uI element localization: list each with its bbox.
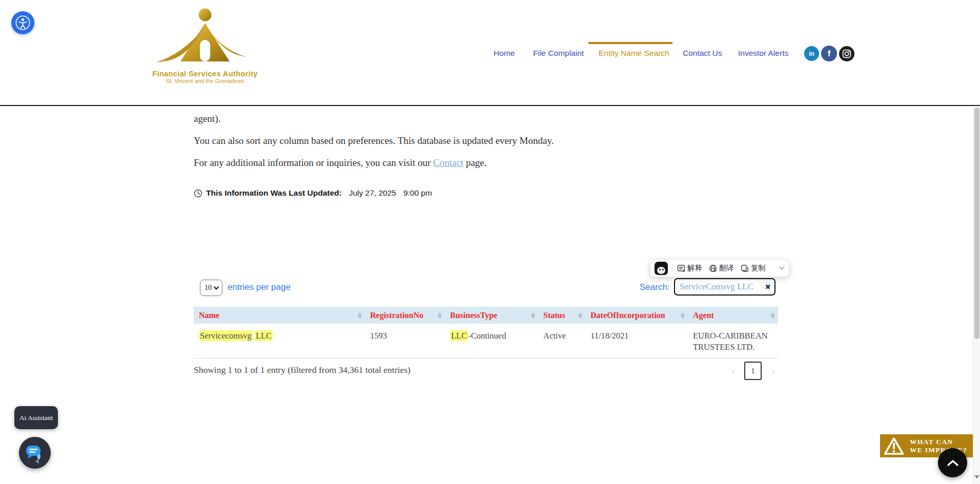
document-icon	[677, 264, 685, 272]
sort-icon[interactable]	[578, 312, 582, 318]
chat-widget-button[interactable]	[19, 437, 51, 469]
toolbar-more-chevron-icon[interactable]	[779, 266, 785, 270]
intro-line-agent: agent).	[194, 113, 220, 124]
cell-registration-no: 1593	[365, 324, 445, 358]
intro-contact-note: For any additional information or inquir…	[194, 157, 487, 169]
pagination-prev-button[interactable]: ‹	[732, 365, 735, 376]
last-updated-label: This Information Was Last Updated:	[206, 188, 342, 198]
scrollbar[interactable]	[973, 107, 980, 484]
instagram-button[interactable]	[839, 46, 854, 61]
copy-label: 复制	[751, 263, 766, 273]
logo-title: Financial Services Authority	[128, 70, 282, 78]
search-label: Search:	[640, 282, 670, 292]
scrollbar-down-arrow[interactable]	[974, 475, 979, 479]
column-label: Agent	[693, 311, 714, 320]
copy-icon	[741, 264, 749, 272]
cell-status: Active	[538, 324, 585, 358]
linkedin-icon: in	[809, 50, 814, 57]
ai-assistant-button[interactable]: Ai Assistant	[14, 406, 58, 429]
assistant-mascot-icon[interactable]	[655, 262, 668, 275]
pagination-page-1[interactable]: 1	[744, 362, 762, 380]
highlight-match: LLC	[255, 330, 273, 341]
nav-investor-alerts[interactable]: Investor Alerts	[738, 49, 788, 58]
warning-icon	[883, 436, 905, 456]
accessibility-button[interactable]	[11, 11, 34, 34]
business-type-rest: -Continued	[468, 331, 506, 341]
column-label: BusinessType	[450, 311, 497, 320]
sort-icon[interactable]	[438, 312, 442, 318]
divider	[672, 264, 672, 272]
column-header-status[interactable]: Status	[538, 307, 585, 324]
search-input-value: ServiceComsvg LLC	[680, 282, 753, 292]
page: You may enter any information from any c…	[0, 0, 980, 484]
contact-note-prefix: For any additional information or inquir…	[194, 157, 433, 168]
column-header-businesstype[interactable]: BusinessType	[445, 307, 538, 324]
clear-search-button[interactable]: ✖	[765, 283, 771, 291]
nav-file-complaint[interactable]: File Complaint	[533, 49, 584, 58]
column-header-agent[interactable]: Agent	[688, 307, 778, 324]
feedback-line1: WHAT CAN	[910, 438, 967, 446]
logo-subtitle: St. Vincent and the Grenadines	[128, 78, 282, 84]
table-row[interactable]: Servicecomsvg LLC 1593 LLC-Continued Act…	[194, 324, 778, 359]
scroll-to-top-button[interactable]	[938, 448, 967, 477]
site-header: Financial Services Authority St. Vincent…	[0, 0, 980, 106]
contact-link[interactable]: Contact	[433, 157, 463, 168]
column-label: RegistrationNo	[370, 311, 423, 320]
translate-button[interactable]: 翻译	[709, 263, 734, 273]
clock-icon	[194, 189, 202, 198]
facebook-button[interactable]: f	[821, 46, 837, 61]
cell-business-type: LLC-Continued	[445, 324, 538, 358]
scrollbar-thumb[interactable]	[974, 108, 979, 339]
cell-agent: EURO-CARIBBEANTRUSTEES LTD.	[688, 324, 778, 358]
highlight-match: Servicecomsvg	[199, 330, 253, 341]
facebook-icon: f	[828, 49, 831, 59]
entity-table-header: Name RegistrationNo BusinessType Status …	[194, 307, 778, 324]
entity-table: Name RegistrationNo BusinessType Status …	[194, 307, 778, 359]
search-word-1: ServiceComsvg	[680, 282, 735, 291]
agent-line1: EURO-CARIBBEAN	[693, 331, 768, 341]
nav-home[interactable]: Home	[494, 49, 515, 58]
selection-toolbar: 解释 翻译 复制	[650, 259, 789, 277]
globe-icon	[709, 264, 717, 272]
fsa-logo[interactable]	[152, 8, 258, 71]
column-label: Status	[543, 311, 565, 320]
last-updated-date: July 27, 2025	[349, 188, 396, 198]
column-label: Name	[199, 311, 219, 320]
agent-line2: TRUSTEES LTD.	[693, 342, 754, 352]
sort-icon[interactable]	[681, 312, 685, 318]
table-summary: Showing 1 to 1 of 1 entry (filtered from…	[194, 365, 411, 375]
page-size-value: 10	[205, 284, 212, 292]
sort-icon[interactable]	[531, 312, 535, 318]
nav-entity-name-search[interactable]: Entity Name Search	[599, 49, 669, 58]
nav-contact-us[interactable]: Contact Us	[683, 49, 722, 58]
linkedin-button[interactable]: in	[804, 46, 819, 61]
cell-name: Servicecomsvg LLC	[194, 324, 365, 358]
search-word-2: LLC	[737, 282, 753, 291]
chat-bubbles-icon	[19, 437, 51, 469]
sort-icon[interactable]	[358, 312, 362, 318]
translate-label: 翻译	[719, 263, 734, 273]
highlight-match: LLC	[450, 330, 468, 341]
chevron-up-icon	[946, 459, 959, 467]
intro-sort-note: You can also sort any column based on pr…	[194, 135, 554, 146]
explain-button[interactable]: 解释	[677, 263, 702, 273]
active-tab-indicator	[588, 42, 672, 44]
search-input[interactable]: ServiceComsvg LLC ✖	[674, 278, 775, 296]
column-label: DateOfIncorporation	[590, 311, 665, 320]
column-header-dateofincorporation[interactable]: DateOfIncorporation	[585, 307, 688, 324]
pagination-next-button[interactable]: ›	[772, 365, 775, 376]
column-header-name[interactable]: Name	[194, 307, 365, 324]
chevron-down-icon	[214, 286, 219, 290]
copy-button[interactable]: 复制	[741, 263, 766, 273]
cell-date-of-incorporation: 11/18/2021	[585, 324, 688, 358]
explain-label: 解释	[687, 263, 702, 273]
last-updated-row: This Information Was Last Updated: July …	[194, 188, 432, 198]
last-updated-time: 9:00 pm	[403, 188, 432, 198]
instagram-icon	[839, 46, 854, 61]
column-header-registrationno[interactable]: RegistrationNo	[365, 307, 445, 324]
entries-per-page-label: entries per page	[228, 282, 291, 292]
page-size-select[interactable]: 10	[200, 280, 222, 296]
sort-icon[interactable]	[771, 312, 775, 318]
contact-note-suffix: page.	[463, 157, 486, 168]
accessibility-icon	[11, 11, 34, 34]
